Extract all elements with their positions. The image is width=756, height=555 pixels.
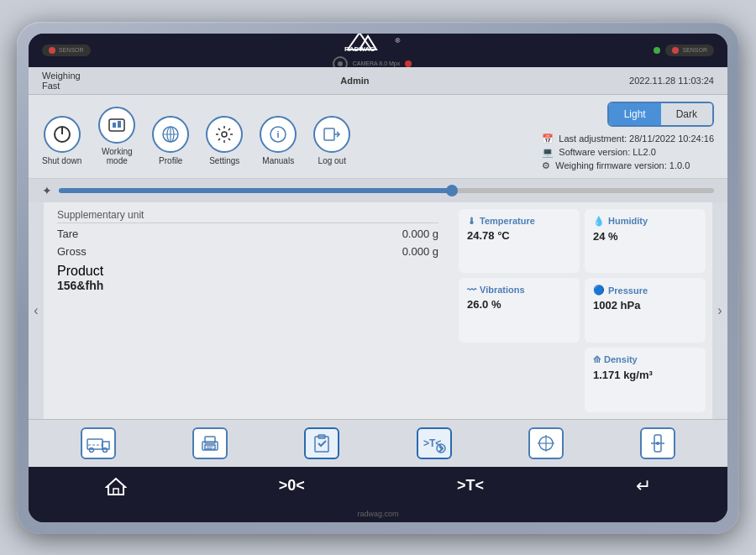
thermometer-icon: 🌡 [467,216,476,226]
logout-icon-wrap [313,116,350,153]
screen-topbar-datetime: 2022.11.28 11:03:24 [629,76,714,86]
vibration-icon: 〰 [467,285,476,295]
nav-zero-btn[interactable]: >0< [259,474,325,498]
info-row-software: 💻 Software version: LL2.0 [542,147,714,158]
svg-point-20 [102,448,107,452]
menu-item-working-mode[interactable]: Working mode [98,107,135,165]
sensor-right: SENSOR [665,45,714,56]
toolbar-btn-clipboard[interactable] [300,425,344,462]
tare-label: Tare [57,228,78,240]
svg-point-37 [656,442,659,445]
svg-text:RADWAG: RADWAG [344,45,375,53]
profile-icon-wrap [152,116,189,153]
toolbar-btn-truck[interactable] [76,425,120,462]
tare-text-icon-wrap: >T< [417,427,452,459]
profile-label: Profile [159,156,182,165]
vibration-label-row: 〰 Vibrations [467,285,571,295]
temperature-card: 🌡 Temperature 24.78 °C [459,209,580,274]
humidity-icon: 💧 [593,216,605,227]
power-icon [52,124,72,144]
svg-rect-39 [113,489,118,495]
menu-item-settings[interactable]: Settings [206,116,243,165]
pressure-label: Pressure [608,285,648,296]
theme-dark-btn[interactable]: Dark [661,103,712,125]
hw-left: SENSOR [42,45,91,56]
info-adjustment: Last adjustment: 28/11/2022 10:24:16 [559,134,714,144]
info-row-firmware: ⚙ Weighing firmware version: 1.0.0 [542,160,714,171]
pressure-value: 1002 hPa [593,299,697,312]
toolbar-btn-printer[interactable] [188,425,232,462]
theme-light-btn[interactable]: Light [609,103,661,125]
gross-row: Gross 0.000 g [57,243,438,260]
density-card: ⟰ Density 1.171 kg/m³ [585,348,706,412]
shutdown-label: Shut down [42,156,81,165]
density-value: 1.171 kg/m³ [593,369,697,381]
menu-icons: Shut down Working mode [42,107,350,165]
info-row-adjustment: 📅 Last adjustment: 28/11/2022 10:24:16 [542,134,714,144]
vibration-value: 26.0 % [467,298,571,311]
pressure-icon: 🔵 [593,285,605,296]
menu-item-shutdown[interactable]: Shut down [42,116,81,165]
camera-recording-dot [405,60,412,67]
weighing-mode-label: Weighing [42,71,81,81]
toolbar-btn-density[interactable] [636,425,680,462]
menu-item-manuals[interactable]: i Manuals [260,116,297,165]
brightness-thumb[interactable] [446,185,458,196]
clipboard-icon [310,433,333,453]
info-panel: 📅 Last adjustment: 28/11/2022 10:24:16 💻… [542,134,714,171]
svg-text:i: i [277,129,280,139]
website-label: radwag.com [357,510,398,518]
temperature-label: Temperature [480,216,535,226]
nav-tare-btn[interactable]: >T< [437,474,504,498]
menu-right-section: Light Dark 📅 Last adjustment: 28/11/2022… [542,102,714,171]
hardware-top: SENSOR RADWAG ® [29,34,727,67]
screen-topbar: Weighing Fast Admin 2022.11.28 11:03:24 [29,67,727,95]
toolbar-btn-tare-text[interactable]: >T< [412,425,456,462]
working-mode-label: Working mode [102,147,133,165]
home-icon [105,476,127,496]
truck-icon [87,433,110,453]
nav-home-btn[interactable] [85,473,147,500]
svg-rect-15 [324,128,334,140]
info-software: Software version: LL2.0 [559,147,656,157]
bottom-label: radwag.com [29,505,727,522]
info-icon: i [268,124,288,144]
right-panel: 🌡 Temperature 24.78 °C 💧 Humidity 24 % [452,202,712,419]
manuals-icon-wrap: i [260,116,297,153]
toolbar-btn-crosshair[interactable] [524,425,568,462]
supplementary-unit-label: Supplementary unit [57,209,438,221]
nav-enter-btn[interactable]: ↵ [616,472,671,500]
temperature-value: 24.78 °C [467,229,571,242]
left-arrow[interactable]: ‹ [29,202,44,419]
gross-value: 0.000 g [402,245,438,258]
working-mode-icon [107,115,127,135]
bottom-toolbar: >T< [29,419,727,467]
density-icon: ⟰ [593,354,601,365]
svg-rect-5 [109,119,124,131]
humidity-label-row: 💧 Humidity [593,216,697,227]
tare-text-icon: >T< [421,433,448,453]
brightness-slider[interactable] [59,188,714,193]
pressure-card: 🔵 Pressure 1002 hPa [585,278,706,343]
menu-item-logout[interactable]: Log out [313,116,350,165]
gross-label: Gross [57,245,87,258]
gear-icon [214,124,234,144]
screen: Weighing Fast Admin 2022.11.28 11:03:24 [29,67,727,505]
density-label-row: ⟰ Density [593,354,697,365]
weighing-mode-sub: Fast [42,81,81,91]
product-value: 156&fhh [57,279,438,292]
hw-center: RADWAG ® CAMERA 8.0 Mpx [333,34,412,71]
device-inner: SENSOR RADWAG ® [29,34,727,522]
right-arrow[interactable]: › [712,202,727,419]
working-mode-icon-wrap [98,107,135,144]
density-btn-icon-wrap [640,427,675,459]
nav-tare-label: >T< [457,477,484,495]
menu-item-profile[interactable]: Profile [152,116,189,165]
device-outer: SENSOR RADWAG ® [17,22,739,534]
svg-marker-38 [107,479,125,495]
settings-label: Settings [209,156,239,165]
theme-switcher[interactable]: Light Dark [607,102,714,127]
nav-bar: >0< >T< ↵ [29,467,727,505]
printer-icon [198,433,222,453]
tare-value: 0.000 g [402,228,438,240]
